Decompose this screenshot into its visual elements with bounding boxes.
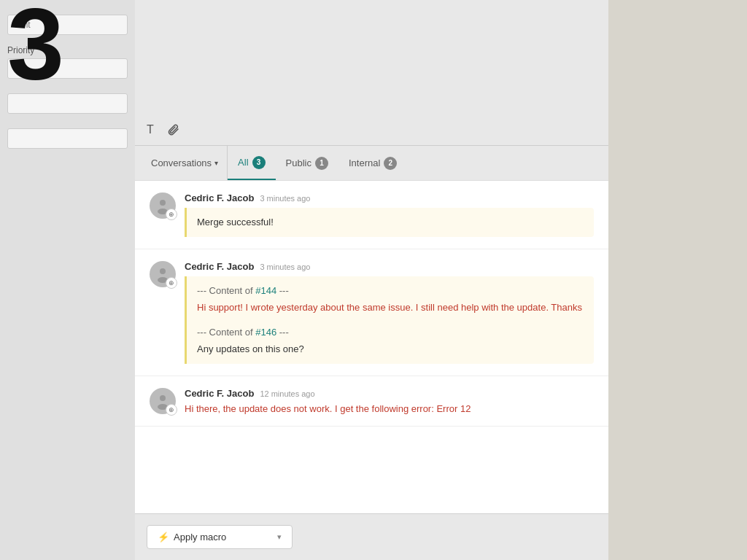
conversation-header-3: Cedric F. Jacob 12 minutes ago — [185, 388, 594, 399]
tab-public-badge: 1 — [315, 157, 328, 170]
field-input-4[interactable] — [7, 128, 128, 149]
separator-144: --- Content of #144 --- — [197, 284, 584, 298]
apply-macro-button[interactable]: ⚡ Apply macro ▾ — [147, 525, 293, 549]
attach-icon[interactable] — [166, 122, 182, 138]
tab-internal[interactable]: Internal 2 — [338, 146, 407, 180]
conversation-body-2: Cedric F. Jacob 3 minutes ago --- Conten… — [185, 261, 594, 364]
message-text-3: Hi there, the update does not work. I ge… — [185, 403, 594, 414]
conversation-item-2: ⊕ Cedric F. Jacob 3 minutes ago --- Cont… — [135, 249, 608, 376]
bottom-bar: ⚡ Apply macro ▾ — [135, 513, 608, 560]
message-content-146: Any updates on this one? — [197, 342, 584, 357]
conversation-item-3: ⊕ Cedric F. Jacob 12 minutes ago Hi ther… — [135, 376, 608, 427]
time-2: 3 minutes ago — [260, 262, 310, 271]
tab-public-label: Public — [286, 158, 311, 168]
tab-bar: Conversations ▾ All 3 Public 1 Internal … — [135, 146, 608, 181]
avatar-wrap-3: ⊕ — [150, 388, 176, 414]
avatar-badge-3: ⊕ — [166, 404, 177, 416]
svg-point-4 — [160, 395, 166, 401]
conversation-header-1: Cedric F. Jacob 3 minutes ago — [185, 192, 594, 203]
message-box-1: Merge successful! — [185, 208, 594, 237]
right-bar-content — [608, 0, 747, 15]
right-sidebar — [608, 0, 747, 560]
conversation-body-1: Cedric F. Jacob 3 minutes ago Merge succ… — [185, 192, 594, 237]
time-3: 12 minutes ago — [260, 389, 314, 398]
text-format-icon[interactable]: T — [142, 122, 158, 138]
separator-146: --- Content of #146 --- — [197, 325, 584, 340]
sender-name-3: Cedric F. Jacob — [185, 388, 254, 399]
conversation-item: ⊕ Cedric F. Jacob 3 minutes ago Merge su… — [135, 181, 608, 249]
apply-macro-label: Apply macro — [174, 532, 226, 542]
message-text-1: Merge successful! — [197, 215, 584, 230]
conversations-tab-label: Conversations — [151, 158, 212, 168]
avatar-badge-2: ⊕ — [166, 277, 177, 289]
priority-number: 3 — [7, 0, 64, 95]
ref-146: #146 — [255, 327, 276, 338]
sender-name-2: Cedric F. Jacob — [185, 261, 254, 272]
message-box-2: --- Content of #144 --- Hi support! I wr… — [185, 276, 594, 364]
avatar-wrap-1: ⊕ — [150, 192, 176, 219]
avatar-wrap-2: ⊕ — [150, 261, 176, 287]
tab-all[interactable]: All 3 — [228, 146, 275, 180]
svg-point-0 — [160, 200, 166, 206]
tab-public[interactable]: Public 1 — [276, 146, 338, 180]
sender-name-1: Cedric F. Jacob — [185, 192, 254, 203]
dropdown-arrow-icon: ▾ — [277, 532, 282, 542]
left-sidebar: 3 Priority — [0, 0, 135, 560]
avatar-badge-1: ⊕ — [166, 209, 177, 220]
ref-144: #144 — [255, 285, 276, 296]
tab-internal-badge: 2 — [384, 157, 397, 170]
tab-all-badge: 3 — [252, 156, 266, 169]
tab-internal-label: Internal — [349, 158, 380, 168]
time-1: 3 minutes ago — [260, 194, 310, 203]
conversation-list: ⊕ Cedric F. Jacob 3 minutes ago Merge su… — [135, 181, 608, 513]
message-content-144: Hi support! I wrote yesterday about the … — [197, 300, 584, 315]
conversations-chevron-icon: ▾ — [214, 159, 218, 167]
bolt-icon: ⚡ — [158, 532, 169, 542]
composer-toolbar: T — [142, 122, 182, 138]
conversation-header-2: Cedric F. Jacob 3 minutes ago — [185, 261, 594, 272]
svg-point-2 — [160, 268, 166, 274]
main-content: T Conversations ▾ All 3 Public 1 Interna… — [135, 0, 608, 560]
tab-conversations[interactable]: Conversations ▾ — [142, 146, 228, 180]
tab-all-label: All — [238, 157, 248, 168]
composer-area: T — [135, 0, 608, 146]
message-text-2a: --- Content of #144 --- Hi support! I wr… — [197, 284, 584, 357]
conversation-body-3: Cedric F. Jacob 12 minutes ago Hi there,… — [185, 388, 594, 414]
